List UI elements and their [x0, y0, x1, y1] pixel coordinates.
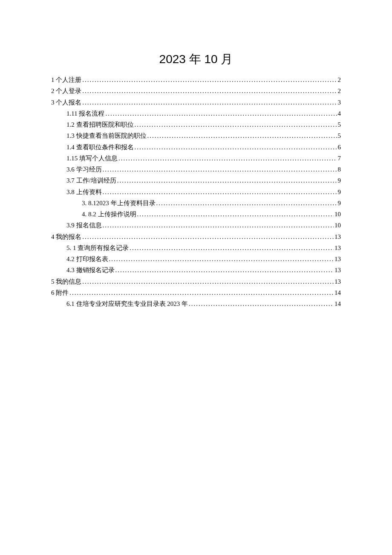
toc-entry: 4.3 撤销报名记录13: [51, 264, 341, 276]
toc-entry: 1 个人注册 2: [51, 74, 341, 85]
toc-label: 3.9 报名信息: [66, 220, 102, 231]
toc-label: 4.2 打印报名表: [66, 253, 108, 264]
toc-leader-dots: [82, 85, 337, 96]
toc-page-number: 7: [338, 153, 341, 164]
toc-leader-dots: [82, 276, 334, 287]
toc-entry: 3. 8.12023 年上传资料目录9: [51, 198, 341, 209]
toc-leader-dots: [117, 175, 337, 186]
toc-label: 3.7 工作/培训经历: [66, 175, 116, 186]
toc-entry: 3.9 报名信息10: [51, 220, 341, 231]
toc-entry: 3.8 上传资料9: [51, 186, 341, 198]
toc-page-number: 10: [334, 220, 341, 231]
toc-page-number: 9: [338, 175, 341, 186]
toc-page-number: 13: [334, 264, 341, 276]
toc-leader-dots: [103, 186, 337, 198]
toc-leader-dots: [115, 264, 334, 276]
toc-label: 1.11 报名流程: [66, 108, 104, 119]
toc-label: 4.3 撤销报名记录: [66, 264, 115, 276]
toc-page-number: 13: [334, 276, 341, 287]
toc-entry: 6 附件 14: [51, 287, 341, 298]
toc-entry: 4 我的报名 13: [51, 231, 341, 242]
toc-leader-dots: [147, 130, 337, 141]
toc-label: 1.4 查看职位条件和报名: [66, 142, 134, 153]
toc-leader-dots: [135, 142, 337, 153]
toc-entry: 2 个人登录 2: [51, 85, 341, 96]
toc-page-number: 10: [334, 209, 341, 220]
toc-page-number: 14: [334, 287, 341, 298]
toc-leader-dots: [156, 198, 337, 209]
toc-label: 5. 1 查询所有报名记录: [66, 242, 129, 253]
toc-label: 4. 8.2 上传操作说明: [82, 209, 136, 220]
toc-entry: 3.6 学习经历8: [51, 164, 341, 175]
toc-page-number: 9: [338, 186, 341, 198]
toc-label: 3 个人报名: [51, 97, 81, 108]
toc-page-number: 3: [338, 97, 341, 108]
toc-leader-dots: [105, 108, 337, 119]
toc-leader-dots: [118, 153, 337, 164]
toc-page-number: 8: [338, 164, 341, 175]
toc-entry: 4. 8.2 上传操作说明10: [51, 209, 341, 220]
toc-entry: 6.1 住培专业对应研究生专业目录表 2023 年14: [51, 298, 341, 309]
toc-page-number: 5: [338, 130, 341, 141]
toc-leader-dots: [82, 74, 337, 85]
toc-leader-dots: [69, 287, 334, 298]
toc-label: 6.1 住培专业对应研究生专业目录表 2023 年: [66, 298, 188, 309]
toc-entry: 3 个人报名 3: [51, 97, 341, 108]
toc-page-number: 6: [338, 142, 341, 153]
toc-leader-dots: [103, 164, 337, 175]
toc-page-number: 5: [338, 119, 341, 130]
toc-leader-dots: [130, 242, 334, 253]
toc-entry: 1.3 快捷查看当前医院的职位5: [51, 130, 341, 141]
toc-entry: 1.11 报名流程 4: [51, 108, 341, 119]
toc-entry: 5. 1 查询所有报名记录 13: [51, 242, 341, 253]
toc-label: 1.3 快捷查看当前医院的职位: [66, 130, 147, 141]
toc-leader-dots: [109, 253, 334, 264]
toc-page-number: 9: [338, 198, 341, 209]
toc-page-number: 14: [334, 298, 341, 309]
toc-page-number: 13: [334, 253, 341, 264]
toc-label: 1.2 查看招聘医院和职位: [66, 119, 134, 130]
toc-entry: 3.7 工作/培训经历9: [51, 175, 341, 186]
toc-leader-dots: [82, 97, 337, 108]
page-title: 2023 年 10 月: [51, 51, 341, 67]
toc-leader-dots: [135, 119, 337, 130]
toc-page-number: 2: [338, 74, 341, 85]
toc-leader-dots: [103, 220, 334, 231]
toc-page-number: 4: [338, 108, 341, 119]
toc-entry: 5 我的信息 13: [51, 276, 341, 287]
toc-leader-dots: [137, 209, 334, 220]
toc-entry: 1.2 查看招聘医院和职位5: [51, 119, 341, 130]
toc-page-number: 2: [338, 85, 341, 96]
toc-label: 5 我的信息: [51, 276, 81, 287]
toc-page-number: 13: [334, 242, 341, 253]
toc-label: 3. 8.12023 年上传资料目录: [82, 198, 156, 209]
toc-entry: 1.15 填写个人信息 7: [51, 153, 341, 164]
toc-label: 3.8 上传资料: [66, 186, 102, 198]
toc-entry: 4.2 打印报名表13: [51, 253, 341, 264]
toc-label: 2 个人登录: [51, 85, 81, 96]
toc-label: 6 附件: [51, 287, 69, 298]
toc-label: 3.6 学习经历: [66, 164, 102, 175]
toc-label: 1.15 填写个人信息: [66, 153, 118, 164]
toc-label: 4 我的报名: [51, 231, 81, 242]
toc-page-number: 13: [334, 231, 341, 242]
toc-entry: 1.4 查看职位条件和报名6: [51, 142, 341, 153]
toc-label: 1 个人注册: [51, 74, 81, 85]
toc-leader-dots: [189, 298, 334, 309]
table-of-contents: 1 个人注册 22 个人登录 23 个人报名 31.11 报名流程 41.2 查…: [51, 74, 341, 309]
toc-leader-dots: [82, 231, 334, 242]
